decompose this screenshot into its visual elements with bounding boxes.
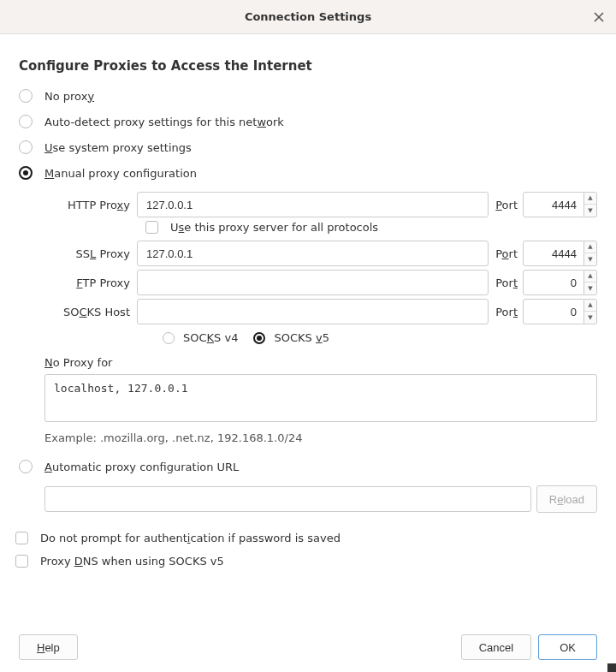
section-heading: Configure Proxies to Access the Internet (19, 58, 597, 74)
socks-port-input[interactable] (523, 299, 584, 324)
ftp-proxy-row: FTP Proxy Port ▲ ▼ (44, 270, 597, 295)
ssl-proxy-label: SSL Proxy (44, 247, 137, 260)
radio-icon (19, 89, 33, 103)
ok-button[interactable]: OK (538, 634, 597, 660)
dialog-content: Configure Proxies to Access the Internet… (0, 34, 616, 586)
ftp-port-label: Port (489, 277, 523, 289)
no-proxy-textarea[interactable] (44, 374, 597, 422)
radio-label: Automatic proxy configuration URL (44, 461, 239, 473)
chevron-up-icon[interactable]: ▲ (584, 300, 596, 312)
chevron-down-icon[interactable]: ▼ (584, 312, 596, 324)
radio-label: Auto-detect proxy settings for this netw… (44, 116, 284, 128)
bottom-checkboxes: Do not prompt for authentication if pass… (19, 532, 597, 568)
ssl-proxy-input[interactable] (137, 241, 489, 266)
checkbox-label: Use this proxy server for all protocols (170, 221, 378, 234)
chevron-down-icon[interactable]: ▼ (584, 205, 596, 217)
radio-icon (19, 460, 33, 473)
resize-grip-icon[interactable] (607, 663, 616, 672)
cancel-button[interactable]: Cancel (461, 634, 531, 660)
close-icon[interactable] (592, 10, 606, 24)
radio-icon (253, 332, 265, 344)
socks-port-label: Port (489, 306, 523, 318)
proxy-dns-checkbox[interactable]: Proxy DNS when using SOCKS v5 (15, 555, 597, 568)
socks-host-label: SOCKS Host (44, 306, 137, 318)
radio-socks-v5[interactable]: SOCKS v5 (253, 331, 329, 344)
checkbox-label: Do not prompt for authentication if pass… (40, 532, 341, 544)
ftp-proxy-label: FTP Proxy (44, 277, 137, 289)
radio-auto-detect[interactable]: Auto-detect proxy settings for this netw… (19, 115, 597, 128)
radio-manual[interactable]: Manual proxy configuration (19, 166, 597, 180)
chevron-up-icon[interactable]: ▲ (584, 271, 596, 282)
radio-icon (19, 166, 33, 180)
ftp-proxy-input[interactable] (137, 270, 489, 295)
auto-config-url-input[interactable] (44, 486, 531, 512)
no-proxy-for-label: No Proxy for (44, 356, 597, 369)
ftp-port-input[interactable] (523, 270, 584, 295)
use-all-protocols-checkbox[interactable]: Use this proxy server for all protocols (145, 221, 597, 234)
checkbox-icon (15, 555, 28, 568)
socks-port-spinner[interactable]: ▲ ▼ (584, 299, 597, 324)
radio-label: SOCKS v5 (274, 331, 329, 344)
radio-label: SOCKS v4 (183, 331, 238, 344)
http-proxy-row: HTTP Proxy Port ▲ ▼ (44, 192, 597, 217)
radio-use-system[interactable]: Use system proxy settings (19, 140, 597, 154)
http-port-label: Port (489, 199, 523, 211)
dialog-button-bar: Help Cancel OK (19, 634, 597, 660)
no-proxy-example: Example: .mozilla.org, .net.nz, 192.168.… (44, 431, 597, 444)
titlebar: Connection Settings (0, 0, 616, 34)
http-proxy-label: HTTP Proxy (44, 199, 137, 211)
chevron-down-icon[interactable]: ▼ (584, 253, 596, 265)
radio-label: Manual proxy configuration (44, 167, 197, 180)
radio-socks-v4[interactable]: SOCKS v4 (163, 331, 238, 344)
manual-proxy-grid: HTTP Proxy Port ▲ ▼ Use this proxy serve… (44, 192, 597, 344)
checkbox-icon (145, 221, 158, 234)
ssl-port-label: Port (489, 247, 523, 260)
radio-icon (19, 140, 33, 154)
no-auth-prompt-checkbox[interactable]: Do not prompt for authentication if pass… (15, 532, 597, 544)
radio-label: Use system proxy settings (44, 141, 192, 154)
socks-host-row: SOCKS Host Port ▲ ▼ (44, 299, 597, 324)
ftp-port-spinner[interactable]: ▲ ▼ (584, 270, 597, 295)
checkbox-icon (15, 532, 28, 544)
radio-auto-config-url[interactable]: Automatic proxy configuration URL (19, 460, 597, 473)
window-title: Connection Settings (245, 10, 371, 23)
chevron-up-icon[interactable]: ▲ (584, 241, 596, 253)
radio-no-proxy[interactable]: No proxy (19, 89, 597, 103)
radio-icon (19, 115, 33, 128)
socks-version-row: SOCKS v4 SOCKS v5 (163, 331, 597, 344)
help-button[interactable]: Help (19, 634, 78, 660)
ssl-port-input[interactable] (523, 241, 584, 266)
http-port-spinner[interactable]: ▲ ▼ (584, 192, 597, 217)
http-port-input[interactable] (523, 192, 584, 217)
ssl-port-spinner[interactable]: ▲ ▼ (584, 241, 597, 266)
auto-config-url-row: Reload (44, 485, 597, 513)
radio-icon (163, 332, 175, 344)
http-proxy-input[interactable] (137, 192, 489, 217)
socks-host-input[interactable] (137, 299, 489, 324)
ssl-proxy-row: SSL Proxy Port ▲ ▼ (44, 241, 597, 266)
radio-label: No proxy (44, 90, 94, 103)
chevron-down-icon[interactable]: ▼ (584, 282, 596, 294)
checkbox-label: Proxy DNS when using SOCKS v5 (40, 555, 224, 568)
reload-button: Reload (536, 485, 597, 513)
chevron-up-icon[interactable]: ▲ (584, 193, 596, 205)
